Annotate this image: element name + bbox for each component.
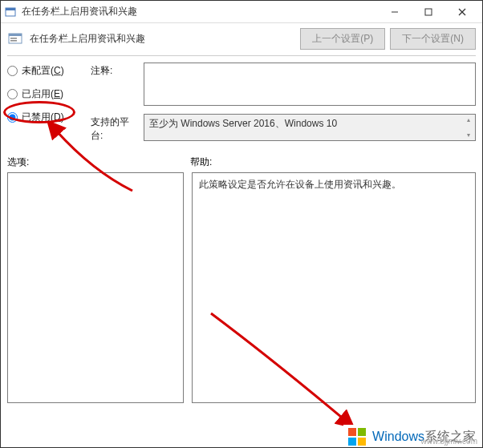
radio-disabled-label: 已禁用(D) [22, 111, 64, 124]
close-button[interactable] [445, 1, 479, 23]
svg-rect-10 [348, 428, 356, 436]
svg-rect-8 [10, 38, 17, 39]
help-panel: 此策略设定是否允许在设备上使用资讯和兴趣。 [192, 172, 476, 403]
section-labels: 选项: 帮助: [1, 143, 482, 172]
minimize-button[interactable] [378, 1, 412, 23]
platform-value: 至少为 Windows Server 2016、Windows 10 [149, 117, 337, 131]
comment-textarea[interactable] [144, 63, 476, 106]
radio-enabled-label: 已启用(E) [22, 87, 63, 101]
maximize-button[interactable] [412, 1, 445, 23]
windows-logo-icon [347, 426, 367, 447]
platform-label: 支持的平台: [91, 114, 139, 143]
policy-icon [7, 30, 23, 46]
comment-label: 注释: [91, 63, 139, 78]
svg-rect-1 [6, 8, 15, 10]
options-label: 选项: [7, 155, 190, 169]
watermark-url: www.bjjmlv.com [421, 437, 477, 446]
svg-rect-13 [358, 438, 366, 446]
svg-rect-7 [9, 34, 22, 36]
prev-setting-button[interactable]: 上一个设置(P) [300, 28, 385, 50]
radio-not-configured-label: 未配置(C) [22, 64, 64, 78]
toolbar: 在任务栏上启用资讯和兴趣 上一个设置(P) 下一个设置(N) [1, 23, 482, 54]
svg-rect-12 [348, 438, 356, 446]
svg-rect-3 [425, 9, 432, 15]
window-title: 在任务栏上启用资讯和兴趣 [22, 5, 378, 18]
help-label: 帮助: [190, 155, 212, 169]
help-text: 此策略设定是否允许在设备上使用资讯和兴趣。 [199, 179, 401, 190]
app-icon [4, 6, 17, 18]
radio-enabled-input[interactable] [7, 89, 18, 99]
options-panel [7, 172, 184, 403]
divider [7, 55, 476, 56]
titlebar: 在任务栏上启用资讯和兴趣 [1, 1, 482, 23]
window-controls [378, 1, 479, 23]
toolbar-title: 在任务栏上启用资讯和兴趣 [30, 32, 294, 46]
svg-rect-11 [358, 428, 366, 436]
panels: 此策略设定是否允许在设备上使用资讯和兴趣。 [1, 172, 482, 410]
radio-group: 未配置(C) 已启用(E) 已禁用(D) [7, 63, 84, 143]
config-area: 未配置(C) 已启用(E) 已禁用(D) 注释: 支持的平台: 至少为 Wind… [1, 63, 482, 143]
next-setting-button[interactable]: 下一个设置(N) [390, 28, 476, 50]
scroll-indicator: ▴▾ [464, 116, 473, 139]
platform-box: 至少为 Windows Server 2016、Windows 10 ▴▾ [144, 114, 476, 141]
radio-disabled[interactable]: 已禁用(D) [7, 111, 84, 124]
radio-disabled-input[interactable] [7, 112, 18, 123]
radio-not-configured[interactable]: 未配置(C) [7, 64, 84, 78]
svg-rect-9 [10, 40, 17, 42]
radio-not-configured-input[interactable] [7, 66, 18, 76]
radio-enabled[interactable]: 已启用(E) [7, 87, 84, 101]
